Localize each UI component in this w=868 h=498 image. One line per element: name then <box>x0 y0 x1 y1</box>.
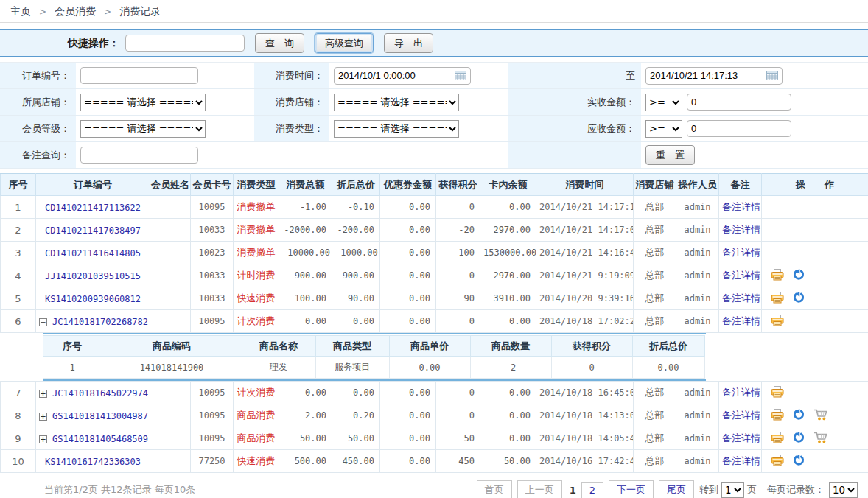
print-icon[interactable] <box>771 315 784 329</box>
consume-type-cell: 计次消费 <box>234 382 279 404</box>
receivable-amount-input[interactable] <box>687 120 791 137</box>
order-number-link[interactable]: KS1410161742336303 <box>45 457 141 467</box>
row-index: 5 <box>1 287 36 310</box>
consume-type-cell: 快速消费 <box>234 450 279 473</box>
print-icon[interactable] <box>771 455 784 469</box>
order-number-link[interactable]: CD1410211417113622 <box>45 203 141 213</box>
note-cell: 备注详情 <box>719 310 762 333</box>
card-balance-cell: 0.00 <box>480 427 536 450</box>
received-amount-input[interactable] <box>687 94 791 111</box>
member-name-cell <box>150 264 191 287</box>
points-gained-cell: 50 <box>436 427 480 450</box>
time-to-field[interactable] <box>645 67 783 85</box>
expand-icon[interactable]: + <box>39 390 47 398</box>
order-number-link[interactable]: GS1410181413004987 <box>52 411 148 421</box>
order-number-link[interactable]: CD1410211416414805 <box>45 248 141 259</box>
time-from-field[interactable] <box>334 67 471 85</box>
order-number-link[interactable]: JC1410181702268782 <box>52 317 148 327</box>
order-number-link[interactable]: JC1410181645022974 <box>52 388 148 399</box>
undo-icon[interactable] <box>793 409 805 423</box>
undo-icon[interactable] <box>793 432 805 446</box>
order-number-link[interactable]: GS1410181405468509 <box>52 434 148 444</box>
prev-page-button[interactable]: 上一页 <box>517 480 562 498</box>
order-number-link[interactable]: KS1410200939060812 <box>45 294 141 304</box>
operator-cell: admin <box>676 196 719 219</box>
time-to-input[interactable] <box>650 70 766 81</box>
member-name-cell <box>150 242 191 264</box>
order-number-link[interactable]: JJ1410201039510515 <box>45 271 141 281</box>
row-index: 2 <box>1 219 36 242</box>
print-icon[interactable] <box>771 292 784 306</box>
note-detail-link[interactable]: 备注详情 <box>722 201 760 212</box>
order-number-link[interactable]: CD1410211417038497 <box>45 225 141 236</box>
note-cell: 备注详情 <box>719 287 762 310</box>
consume-type-cell: 快速消费 <box>234 287 279 310</box>
consume-shop-cell: 总部 <box>634 219 676 242</box>
operations-cell <box>762 382 868 404</box>
quick-action-bar: 快捷操作： 查 询 高级查询 导 出 <box>0 29 868 57</box>
member-card-cell: 10023 <box>191 242 234 264</box>
note-detail-link[interactable]: 备注详情 <box>722 224 760 235</box>
own-shop-select[interactable]: ===== 请选择 ===== <box>80 94 206 111</box>
breadcrumb-home[interactable]: 主页 <box>10 5 31 17</box>
expand-icon[interactable]: + <box>39 435 47 443</box>
consume-shop-cell: 总部 <box>634 404 676 427</box>
discount-price-cell: 90.00 <box>332 287 380 310</box>
note-detail-link[interactable]: 备注详情 <box>722 387 760 398</box>
column-header: 序号 <box>1 174 36 196</box>
note-detail-link[interactable]: 备注详情 <box>722 292 760 304</box>
page-number-button[interactable]: 2 <box>581 482 603 498</box>
query-button[interactable]: 查 询 <box>255 33 304 53</box>
undo-icon[interactable] <box>793 292 805 306</box>
print-icon[interactable] <box>771 432 784 446</box>
table-row: 9+GS141018140546850910095商品消费50.0050.000… <box>1 427 868 450</box>
discount-price-cell: 0.00 <box>332 382 380 404</box>
consume-time-cell: 2014/10/21 9:19:09 <box>536 264 634 287</box>
breadcrumb-member-consume[interactable]: 会员消费 <box>55 5 96 17</box>
discount-price-cell: 450.00 <box>332 450 380 473</box>
note-query-input[interactable] <box>80 147 198 164</box>
operations-cell <box>762 196 868 219</box>
undo-icon[interactable] <box>793 269 805 283</box>
last-page-button[interactable]: 尾页 <box>659 480 694 498</box>
current-page-number: 1 <box>570 485 576 496</box>
breadcrumb-separator: > <box>104 7 111 17</box>
note-detail-link[interactable]: 备注详情 <box>722 247 760 258</box>
note-detail-link[interactable]: 备注详情 <box>722 455 760 466</box>
page-size-select[interactable]: 10 <box>829 482 858 498</box>
expand-icon[interactable]: + <box>39 413 47 421</box>
note-detail-link[interactable]: 备注详情 <box>722 270 760 281</box>
print-icon[interactable] <box>771 269 784 283</box>
goto-page-select[interactable]: 1 <box>721 482 744 498</box>
quick-search-input[interactable] <box>125 35 245 52</box>
advanced-query-button[interactable]: 高级查询 <box>315 33 374 53</box>
order-number-cell: +GS1410181405468509 <box>36 427 150 450</box>
consume-shop-select[interactable]: ===== 请选择 ===== <box>334 94 459 111</box>
received-operator-select[interactable]: >= <box>645 94 682 111</box>
print-icon[interactable] <box>771 409 784 423</box>
print-icon[interactable] <box>771 386 784 400</box>
order-no-input[interactable] <box>80 67 198 84</box>
cart-icon[interactable] <box>813 432 827 446</box>
first-page-button[interactable]: 首页 <box>477 480 512 498</box>
member-card-cell: 77250 <box>191 450 234 473</box>
calendar-icon[interactable] <box>455 71 466 80</box>
undo-icon[interactable] <box>793 455 805 469</box>
note-detail-link[interactable]: 备注详情 <box>722 315 760 326</box>
product-cell: 0 <box>551 357 632 379</box>
points-gained-cell: -20 <box>436 219 480 242</box>
time-from-input[interactable] <box>338 70 455 81</box>
note-detail-link[interactable]: 备注详情 <box>722 432 760 443</box>
note-detail-link[interactable]: 备注详情 <box>722 410 760 421</box>
collapse-icon[interactable]: − <box>39 318 47 326</box>
next-page-button[interactable]: 下一页 <box>609 480 654 498</box>
reset-button[interactable]: 重 置 <box>645 145 695 165</box>
export-button[interactable]: 导 出 <box>384 33 433 53</box>
member-name-cell <box>150 310 191 333</box>
consume-type-cell: 消费撤单 <box>234 219 279 242</box>
member-level-select[interactable]: ===== 请选择 ===== <box>80 120 206 138</box>
cart-icon[interactable] <box>813 409 827 423</box>
calendar-icon[interactable] <box>766 71 778 80</box>
receivable-operator-select[interactable]: >= <box>645 120 682 138</box>
consume-type-select[interactable]: ===== 请选择 ===== <box>334 120 459 138</box>
